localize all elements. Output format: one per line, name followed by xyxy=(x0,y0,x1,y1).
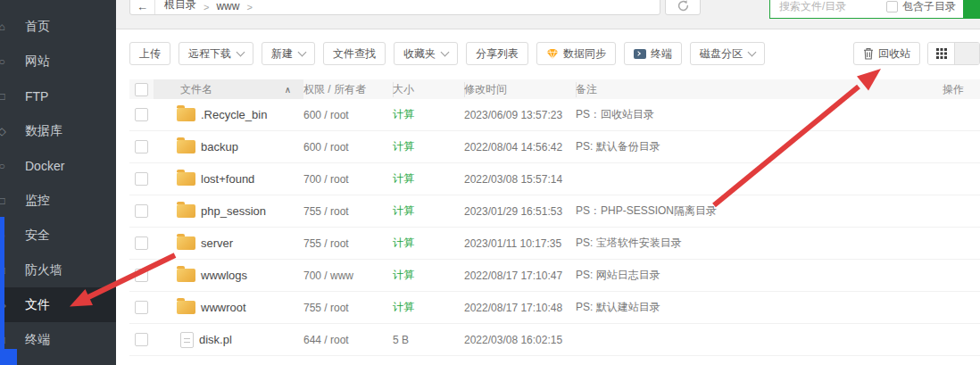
new-button[interactable]: 新建 xyxy=(262,42,315,65)
row-checkbox[interactable] xyxy=(135,108,148,121)
search-input[interactable]: 搜索文件/目录 包含子目录 xyxy=(769,0,964,19)
sidebar-item-database[interactable]: ◇ 数据库 xyxy=(0,113,116,148)
back-arrow-icon: ← xyxy=(137,0,148,13)
row-checkbox[interactable] xyxy=(135,140,148,153)
table-header: 文件名 ∧ 权限 / 所有者 大小 修改时间 备注 操作 xyxy=(129,79,980,99)
sidebar-item-home[interactable]: ⌂ 首页 xyxy=(0,9,116,44)
include-subdir-checkbox[interactable] xyxy=(886,1,898,12)
col-permissions: 权限 / 所有者 xyxy=(303,82,393,97)
file-name[interactable]: backup xyxy=(201,140,238,153)
folder-icon xyxy=(177,236,195,250)
file-mtime: 2022/08/17 17:10:47 xyxy=(464,270,576,282)
file-name[interactable]: server xyxy=(201,236,233,250)
blue-edge-bar xyxy=(0,217,4,365)
remote-download-button[interactable]: 远程下载 xyxy=(179,42,253,65)
file-mtime: 2022/03/08 15:57:14 xyxy=(464,173,576,186)
sidebar-item-label: 监控 xyxy=(25,193,50,209)
sidebar-item-website[interactable]: ○ 网站 xyxy=(0,44,116,79)
refresh-icon xyxy=(677,0,690,12)
table-row: backup 600 / root 计算 2022/08/04 14:56:42… xyxy=(129,131,980,163)
terminal-button[interactable]: 终端 xyxy=(624,42,682,65)
disk-partition-button[interactable]: 磁盘分区 xyxy=(690,42,765,65)
breadcrumb-root[interactable]: 根目录 xyxy=(164,0,196,12)
chevron-down-icon xyxy=(298,48,307,57)
file-name[interactable]: .Recycle_bin xyxy=(201,108,267,121)
favorites-button[interactable]: 收藏夹 xyxy=(394,42,458,65)
sidebar-item-docker[interactable]: ○ Docker xyxy=(0,148,116,183)
file-name[interactable]: lost+found xyxy=(201,172,254,186)
size-calc-link[interactable]: 计算 xyxy=(393,236,464,251)
file-note: PS：PHP-SESSION隔离目录 xyxy=(576,203,754,219)
sidebar-item-ftp[interactable]: □ FTP xyxy=(0,79,116,113)
file-table: 文件名 ∧ 权限 / 所有者 大小 修改时间 备注 操作 .Recycle_bi… xyxy=(129,79,980,356)
col-filename[interactable]: 文件名 xyxy=(180,82,212,97)
size-calc-link[interactable]: 计算 xyxy=(393,300,464,315)
file-name[interactable]: wwwroot xyxy=(201,301,246,314)
search-area: 搜索文件/目录 包含子目录 xyxy=(769,0,980,19)
upload-button[interactable]: 上传 xyxy=(129,42,170,65)
file-mtime: 2023/01/29 16:51:53 xyxy=(464,205,576,218)
breadcrumb-www[interactable]: www xyxy=(216,0,239,12)
recycle-bin-button[interactable]: 回收站 xyxy=(853,42,920,65)
sidebar-item-terminal[interactable]: □ 终端 xyxy=(0,322,116,357)
size-calc-link[interactable]: 计算 xyxy=(393,107,464,122)
table-row: wwwlogs 700 / www 计算 2022/08/17 17:10:47… xyxy=(129,260,980,292)
search-button[interactable] xyxy=(964,0,980,19)
size-calc-link[interactable]: 计算 xyxy=(393,171,464,187)
file-permissions: 755 / root xyxy=(303,237,393,250)
row-checkbox[interactable] xyxy=(135,236,148,250)
file-name[interactable]: wwwlogs xyxy=(201,269,247,282)
breadcrumb-separator: > xyxy=(246,2,252,12)
database-icon: ◇ xyxy=(0,125,9,137)
sidebar-item-label: 文件 xyxy=(25,297,50,313)
grid-icon xyxy=(936,48,947,59)
sidebar-item-label: 网站 xyxy=(25,54,50,70)
file-permissions: 755 / root xyxy=(303,205,393,218)
share-list-button[interactable]: 分享列表 xyxy=(466,42,528,65)
folder-icon xyxy=(177,301,195,314)
file-mtime: 2022/08/04 14:56:42 xyxy=(464,141,576,153)
size-calc-link[interactable]: 计算 xyxy=(393,268,464,283)
blue-edge-block xyxy=(0,349,17,365)
table-row: wwwroot 755 / root 计算 2022/08/17 17:10:4… xyxy=(129,292,980,324)
terminal-window-icon xyxy=(634,49,646,59)
sidebar-item-label: FTP xyxy=(25,89,48,104)
toolbar-right-group: 回收站 xyxy=(853,42,980,65)
sidebar-item-files[interactable]: ◇ 文件 xyxy=(0,287,116,322)
sidebar-item-monitor[interactable]: □ 监控 xyxy=(0,183,116,218)
breadcrumb-separator: > xyxy=(203,2,209,12)
refresh-button[interactable] xyxy=(665,0,701,15)
grid-view-button[interactable] xyxy=(928,43,954,64)
file-name[interactable]: disk.pl xyxy=(199,333,232,346)
search-placeholder: 搜索文件/目录 xyxy=(779,0,886,14)
data-sync-button[interactable]: 数据同步 xyxy=(536,42,616,65)
row-checkbox[interactable] xyxy=(135,333,148,346)
folder-icon xyxy=(177,140,195,153)
docker-icon: ○ xyxy=(0,160,9,172)
chevron-down-icon xyxy=(748,48,757,57)
size-calc-link[interactable]: 计算 xyxy=(393,139,464,154)
size-calc-link[interactable]: 计算 xyxy=(393,203,464,219)
sidebar-item-label: Docker xyxy=(25,159,64,173)
file-mtime: 2023/01/11 10:17:35 xyxy=(464,237,576,250)
list-view-button[interactable] xyxy=(954,43,979,64)
file-permissions: 755 / root xyxy=(303,302,393,314)
sidebar-item-security[interactable]: ○ 安全 xyxy=(0,218,116,253)
back-button[interactable]: ← xyxy=(130,0,155,14)
file-name[interactable]: php_session xyxy=(201,204,266,218)
row-checkbox[interactable] xyxy=(135,269,148,282)
sidebar-item-firewall[interactable]: □ 防火墙 xyxy=(0,253,116,287)
row-checkbox[interactable] xyxy=(135,172,148,186)
col-size: 大小 xyxy=(393,82,464,97)
ftp-icon: □ xyxy=(0,90,9,103)
file-toolbar: 上传 远程下载 新建 文件查找 收藏夹 分享列表 数据同步 xyxy=(129,42,980,65)
row-checkbox[interactable] xyxy=(135,301,148,314)
sort-asc-icon[interactable]: ∧ xyxy=(285,85,291,95)
chevron-down-icon xyxy=(237,48,245,57)
file-search-button[interactable]: 文件查找 xyxy=(323,42,386,65)
top-bar: ← 根目录 > www > 搜索文件/目录 包含子目录 xyxy=(116,0,980,29)
file-size: 5 B xyxy=(393,334,464,346)
gem-icon xyxy=(546,48,559,60)
row-checkbox[interactable] xyxy=(135,204,148,218)
select-all-checkbox[interactable] xyxy=(135,83,148,96)
